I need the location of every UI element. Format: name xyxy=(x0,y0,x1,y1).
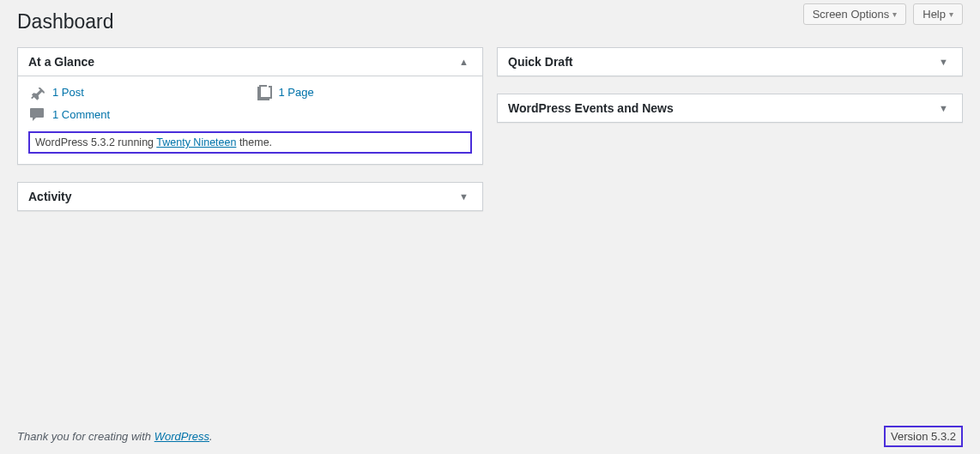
at-a-glance-panel: At a Glance ▲ 1 Post 1 Page xyxy=(17,47,483,165)
expand-icon[interactable]: ▼ xyxy=(935,57,952,67)
theme-link[interactable]: Twenty Nineteen xyxy=(156,136,236,148)
events-news-header[interactable]: WordPress Events and News ▼ xyxy=(498,94,962,122)
quick-draft-header[interactable]: Quick Draft ▼ xyxy=(498,48,962,76)
posts-link[interactable]: 1 Post xyxy=(52,86,84,99)
glance-comments: 1 Comment xyxy=(28,106,246,123)
events-news-title: WordPress Events and News xyxy=(508,101,674,115)
version-badge: Version 5.3.2 xyxy=(884,426,963,447)
comments-link[interactable]: 1 Comment xyxy=(52,108,110,121)
version-pre: WordPress 5.3.2 running xyxy=(35,136,156,148)
collapse-icon[interactable]: ▲ xyxy=(456,57,472,67)
pages-link[interactable]: 1 Page xyxy=(279,86,314,99)
help-label: Help xyxy=(923,8,946,21)
version-post: theme. xyxy=(236,136,272,148)
comment-icon xyxy=(28,106,45,123)
pin-icon xyxy=(28,83,45,100)
at-a-glance-title: At a Glance xyxy=(28,55,94,69)
help-button[interactable]: Help xyxy=(913,3,963,25)
thanks-post: . xyxy=(209,430,213,443)
events-news-panel: WordPress Events and News ▼ xyxy=(497,94,963,123)
glance-pages: 1 Page xyxy=(255,83,473,100)
wp-version-line: WordPress 5.3.2 running Twenty Nineteen … xyxy=(28,131,472,154)
thanks-pre: Thank you for creating with xyxy=(17,430,154,443)
footer: Thank you for creating with WordPress. V… xyxy=(17,426,963,447)
footer-thanks: Thank you for creating with WordPress. xyxy=(17,430,213,443)
wordpress-link[interactable]: WordPress xyxy=(154,430,209,443)
glance-posts: 1 Post xyxy=(28,83,246,100)
pages-icon xyxy=(255,83,272,100)
activity-title: Activity xyxy=(28,190,72,203)
at-a-glance-header[interactable]: At a Glance ▲ xyxy=(18,48,482,76)
activity-header[interactable]: Activity ▼ xyxy=(18,183,482,210)
expand-icon[interactable]: ▼ xyxy=(935,103,952,113)
expand-icon[interactable]: ▼ xyxy=(456,191,472,202)
activity-panel: Activity ▼ xyxy=(17,182,483,211)
screen-options-button[interactable]: Screen Options xyxy=(803,3,907,25)
quick-draft-title: Quick Draft xyxy=(508,55,572,69)
quick-draft-panel: Quick Draft ▼ xyxy=(497,47,963,76)
screen-options-label: Screen Options xyxy=(813,8,890,21)
